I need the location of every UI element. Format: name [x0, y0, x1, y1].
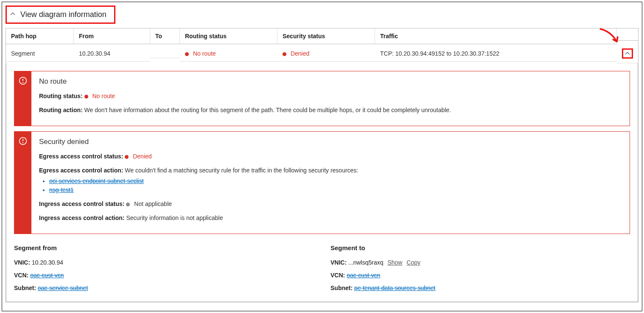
- cell-to: [150, 49, 180, 58]
- segment-to: Segment to VNIC: ...nwlsq5raxq Show Copy…: [330, 244, 630, 297]
- col-path-hop: Path hop: [6, 28, 74, 44]
- status-dot-icon: [185, 52, 189, 56]
- segment-to-title: Segment to: [330, 244, 630, 251]
- error-icon: [19, 76, 27, 85]
- subnet-link[interactable]: oac-service-subnet: [38, 285, 88, 291]
- egress-status-value: Denied: [133, 153, 151, 160]
- error-icon: [19, 137, 27, 145]
- cell-routing-status: No route: [180, 46, 277, 62]
- row-details: No route Routing status: No route Routin…: [6, 63, 638, 302]
- status-dot-icon: [84, 95, 88, 99]
- table-row[interactable]: Segment 10.20.30.94 No route Denied TCP:…: [6, 44, 638, 63]
- table-header-row: Path hop From To Routing status Security…: [6, 28, 638, 44]
- vcn-link[interactable]: oac-cust-vcn: [30, 272, 64, 279]
- svg-point-5: [22, 142, 23, 143]
- cell-from: 10.20.30.94: [74, 46, 150, 62]
- vnic-label: VNIC:: [14, 259, 30, 266]
- ingress-status-label: Ingress access control status:: [39, 200, 125, 207]
- ingress-action-label: Ingress access control action:: [39, 214, 125, 221]
- chevron-up-icon: [625, 51, 630, 56]
- subnet-label: Subnet:: [14, 285, 36, 291]
- subnet-link[interactable]: pe-tenant-data-sources-subnet: [354, 285, 435, 291]
- vcn-link[interactable]: oac-cust-vcn: [347, 272, 380, 279]
- vnic-value: ...nwlsq5raxq: [348, 259, 383, 266]
- vnic-show-link[interactable]: Show: [387, 259, 402, 266]
- routing-action-label: Routing action:: [39, 107, 83, 113]
- section-title: View diagram information: [20, 10, 106, 19]
- view-diagram-information-toggle[interactable]: View diagram information: [6, 6, 115, 24]
- egress-links: oci-services-endpoint-subnet-seclist nsg…: [49, 177, 622, 195]
- status-dot-icon: [125, 155, 129, 159]
- subnet-label: Subnet:: [330, 285, 353, 291]
- col-traffic: Traffic: [375, 28, 617, 44]
- cell-expander: [617, 44, 638, 63]
- segment-from-title: Segment from: [14, 244, 314, 251]
- col-expander: [617, 32, 638, 41]
- segment-from: Segment from VNIC: 10.20.30.94 VCN: oac-…: [14, 244, 314, 297]
- routing-status-label: Routing status:: [39, 93, 83, 99]
- vcn-label: VCN:: [330, 272, 345, 279]
- security-resource-link[interactable]: oci-services-endpoint-subnet-seclist: [49, 178, 144, 184]
- routing-status-text: No route: [193, 50, 216, 57]
- egress-status-label: Egress access control status:: [39, 153, 123, 160]
- alert-security-denied: Security denied Egress access control st…: [14, 131, 630, 234]
- alert-no-route: No route Routing status: No route Routin…: [14, 71, 630, 126]
- egress-action-label: Egress access control action:: [39, 167, 123, 174]
- col-security-status: Security status: [277, 28, 375, 44]
- cell-path-hop: Segment: [6, 46, 74, 62]
- alert-title: No route: [39, 77, 622, 86]
- status-dot-icon: [283, 52, 286, 56]
- col-routing-status: Routing status: [180, 28, 277, 44]
- alert-title: Security denied: [39, 138, 622, 146]
- vnic-value: 10.20.30.94: [32, 259, 63, 266]
- vcn-label: VCN:: [14, 272, 28, 279]
- cell-security-status: Denied: [277, 46, 375, 62]
- col-to: To: [150, 28, 180, 44]
- col-from: From: [74, 28, 150, 44]
- vnic-label: VNIC:: [330, 259, 347, 266]
- security-resource-link[interactable]: nsg-test1: [49, 186, 74, 193]
- alert-stripe: [14, 132, 31, 234]
- egress-action-value: We couldn't find a matching security rul…: [125, 167, 358, 174]
- vnic-copy-link[interactable]: Copy: [406, 259, 420, 266]
- cell-traffic: TCP: 10.20.30.94:49152 to 10.20.30.37:15…: [375, 46, 617, 62]
- svg-point-2: [22, 82, 23, 83]
- routing-status-value: No route: [92, 93, 115, 99]
- chevron-up-icon: [10, 11, 15, 18]
- path-table: Path hop From To Routing status Security…: [6, 28, 638, 302]
- alert-stripe: [14, 71, 31, 126]
- status-dot-icon: [126, 203, 130, 206]
- security-status-text: Denied: [291, 50, 309, 57]
- ingress-action-value: Security information is not applicable: [126, 214, 223, 221]
- ingress-status-value: Not applicable: [134, 200, 172, 207]
- row-expand-toggle[interactable]: [622, 48, 633, 59]
- routing-action-value: We don't have information about the rout…: [84, 107, 451, 113]
